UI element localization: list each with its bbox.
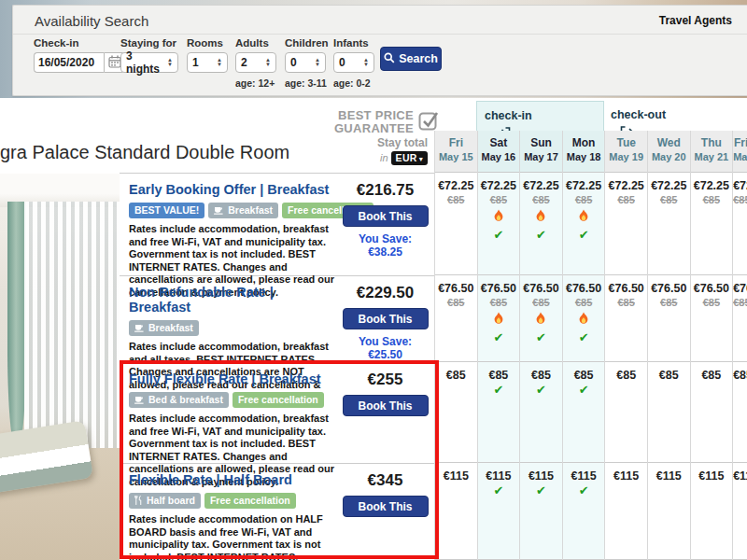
check-icon: ✔	[520, 331, 562, 343]
fire-icon	[493, 312, 504, 326]
day-column: ThuMay 21€72.25€85€76.50€85€85€115	[690, 131, 733, 560]
checkin-input[interactable]	[34, 52, 104, 73]
currency-selector[interactable]: EUR▾	[391, 151, 428, 165]
you-save-note: You Save: €25.50	[336, 335, 434, 361]
price-cell[interactable]: €115	[648, 463, 690, 560]
rate-tag: Free cancellation	[233, 392, 324, 408]
day-column: WedMay 20€72.25€85€76.50€85€85€115	[647, 131, 690, 560]
price-cell[interactable]: €115	[435, 463, 477, 560]
rate-row: Flexible Rate | Half Board Half boardFre…	[120, 464, 434, 560]
day-column-header: FriMay 15	[435, 131, 477, 173]
rate-tags: Bed & breakfastFree cancellation	[129, 392, 336, 408]
search-button[interactable]: Search	[380, 47, 442, 71]
price-cell[interactable]: €76.50€85✔	[478, 275, 520, 362]
price-cell[interactable]: €85✔	[563, 362, 605, 463]
rate-title[interactable]: Flexible Rate | Half Board	[129, 472, 336, 487]
check-out-label: check-out	[611, 108, 666, 121]
adults-age-hint: age: 12+	[235, 77, 276, 89]
you-save-label: You Save:	[359, 232, 412, 245]
rate-row: Non Refundable Rate | Breakfast Breakfas…	[120, 276, 434, 363]
rate-title[interactable]: Fully Flexible Rate | Breakfast	[129, 371, 336, 386]
children-field: Children 0 ▲▼ age: 3-11	[285, 37, 329, 89]
book-this-button[interactable]: Book This	[343, 308, 429, 329]
search-button-label: Search	[399, 52, 438, 65]
rate-tags: BEST VALUE!BreakfastFree cancellation	[129, 203, 336, 218]
check-icon: ✔	[520, 229, 562, 241]
staying-for-value: 3 nights	[126, 49, 163, 76]
room-photo	[0, 174, 120, 560]
price-cell[interactable]: €115	[733, 463, 747, 560]
price-cell[interactable]: €85	[435, 362, 477, 463]
day-column: FriMay 15€72.25€85€76.50€85€85€115	[434, 131, 477, 560]
stepper-icon: ▲▼	[315, 58, 320, 67]
check-icon: ✔	[478, 331, 520, 343]
room-title: gra Palace Standard Double Room	[0, 142, 289, 163]
price-cell[interactable]: €115✔	[563, 463, 605, 560]
price-cell[interactable]: €76.50€85	[605, 275, 647, 362]
stepper-icon: ▲▼	[167, 58, 173, 67]
cup-icon	[134, 324, 145, 332]
price-cell[interactable]: €72.25€85	[691, 173, 733, 275]
in-word: in	[380, 152, 388, 163]
infants-select[interactable]: 0 ▲▼	[333, 52, 374, 73]
fire-icon	[535, 312, 546, 326]
price-cell[interactable]: €72.25€85	[733, 173, 747, 275]
price-cell[interactable]: €85	[691, 362, 733, 463]
price-cell[interactable]: €76.50€85✔	[563, 275, 605, 362]
rates-card: Early Booking Offer | Breakfast BEST VAL…	[120, 173, 434, 560]
rate-title[interactable]: Non Refundable Rate | Breakfast	[129, 285, 336, 315]
price-cell[interactable]: €85	[648, 362, 690, 463]
price-cell[interactable]: €115	[691, 463, 733, 560]
check-icon: ✔	[563, 384, 605, 396]
rooms-value: 1	[192, 56, 199, 69]
price-cell[interactable]: €72.25€85	[605, 173, 647, 275]
adults-select[interactable]: 2 ▲▼	[235, 52, 276, 73]
check-icon: ✔	[520, 484, 562, 497]
day-column-header: SunMay 17	[520, 131, 562, 173]
price-cell[interactable]: €72.25€85	[648, 173, 690, 275]
price-cell[interactable]: €72.25€85✔	[563, 173, 605, 275]
price-cell[interactable]: €85✔	[478, 362, 520, 463]
price-cell[interactable]: €76.50€85	[648, 275, 690, 362]
best-price-line2: GUARANTEE	[334, 121, 414, 135]
rate-tag: BEST VALUE!	[129, 203, 204, 218]
check-in-label: check-in	[485, 109, 532, 122]
price-cell[interactable]: €72.25€85✔	[478, 173, 520, 275]
price-grid: FriMay 15€72.25€85€76.50€85€85€115SatMay…	[434, 131, 747, 560]
rooms-select[interactable]: 1 ▲▼	[187, 52, 228, 73]
price-cell[interactable]: €85	[605, 362, 647, 463]
price-cell[interactable]: €72.25€85	[435, 173, 477, 275]
adults-field: Adults 2 ▲▼ age: 12+	[235, 37, 276, 89]
stay-total-price: €255	[336, 371, 434, 389]
you-save-amount: €25.50	[368, 348, 402, 361]
check-in-header: check-in	[476, 101, 604, 131]
staying-for-select[interactable]: 3 nights ▲▼	[120, 52, 178, 73]
price-cell[interactable]: €76.50€85✔	[520, 275, 562, 362]
price-cell[interactable]: €72.25€85✔	[520, 173, 562, 275]
book-this-button[interactable]: Book This	[343, 496, 429, 517]
rate-row: Fully Flexible Rate | Breakfast Bed & br…	[120, 363, 434, 464]
stay-total-header: Stay total inEUR▾	[329, 136, 428, 163]
rate-description: Rates include accommodation on HALF BOAR…	[129, 513, 336, 560]
price-cell[interactable]: €76.50€85	[733, 275, 747, 362]
price-cell[interactable]: €115	[605, 463, 647, 560]
you-save-note: You Save: €38.25	[336, 232, 434, 259]
you-save-amount: €38.25	[368, 245, 402, 259]
price-cell[interactable]: €85✔	[520, 362, 562, 463]
day-column-header: SatMay 16	[478, 131, 520, 173]
price-cell[interactable]: €115✔	[520, 463, 562, 560]
rate-tag: Half board	[129, 493, 201, 509]
price-cell[interactable]: €115✔	[478, 463, 520, 560]
rooms-field: Rooms 1 ▲▼	[187, 37, 228, 73]
rate-title[interactable]: Early Booking Offer | Breakfast	[129, 182, 336, 197]
children-select[interactable]: 0 ▲▼	[285, 52, 326, 73]
price-cell[interactable]: €76.50€85	[691, 275, 733, 362]
price-cell[interactable]: €76.50€85	[435, 275, 477, 362]
book-this-button[interactable]: Book This	[343, 395, 429, 416]
price-cell[interactable]: €85	[733, 362, 747, 463]
book-this-button[interactable]: Book This	[343, 205, 429, 227]
travel-agents-link[interactable]: Travel Agents	[659, 14, 732, 27]
checkin-label: Check-in	[34, 37, 126, 49]
stepper-icon: ▲▼	[217, 58, 222, 67]
check-icon: ✔	[563, 229, 605, 241]
